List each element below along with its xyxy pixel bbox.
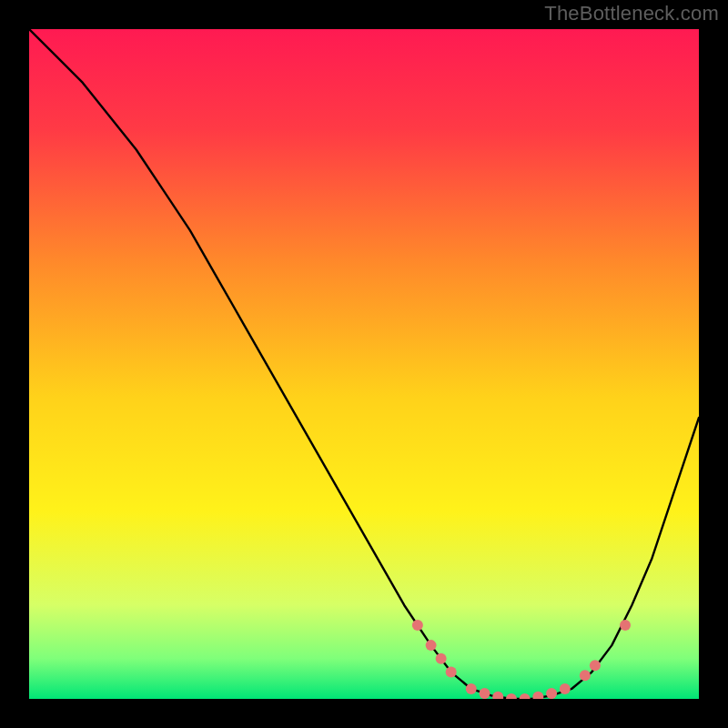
chart-svg: [29, 29, 699, 699]
highlight-dot: [560, 683, 571, 694]
chart-frame: TheBottleneck.com: [0, 0, 728, 728]
highlight-dot: [426, 640, 437, 651]
highlight-dot: [479, 688, 490, 699]
highlight-dot: [436, 653, 447, 664]
highlight-dot: [580, 670, 591, 681]
highlight-dot: [412, 620, 423, 631]
plot-area: [29, 29, 699, 699]
highlight-dot: [590, 660, 601, 671]
highlight-dot: [446, 667, 457, 678]
highlight-dot: [466, 683, 477, 694]
chart-background: [29, 29, 699, 699]
watermark-text: TheBottleneck.com: [544, 2, 719, 25]
highlight-dot: [620, 620, 631, 631]
highlight-dot: [546, 688, 557, 699]
